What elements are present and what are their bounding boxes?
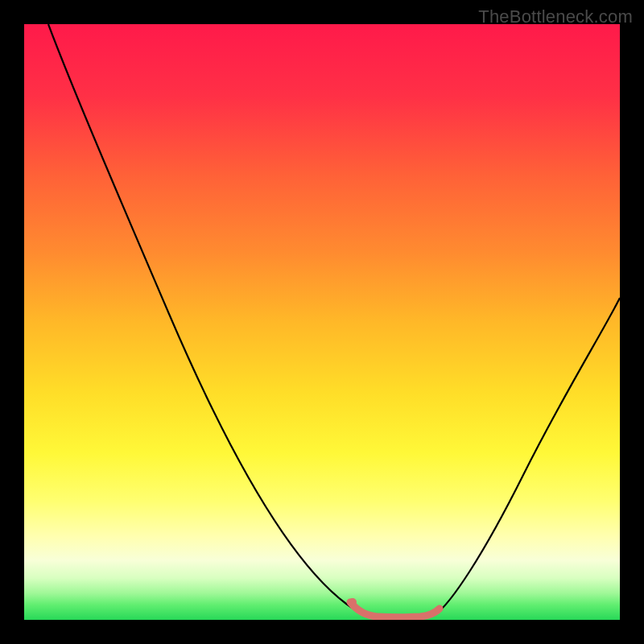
plot-area	[24, 24, 620, 620]
trough-marker-dot-left	[349, 598, 357, 606]
trough-marker	[350, 602, 440, 617]
bottleneck-curve	[24, 24, 620, 620]
chart-container: TheBottleneck.com	[0, 0, 644, 644]
curve-path	[48, 24, 620, 617]
watermark-text: TheBottleneck.com	[478, 6, 633, 27]
